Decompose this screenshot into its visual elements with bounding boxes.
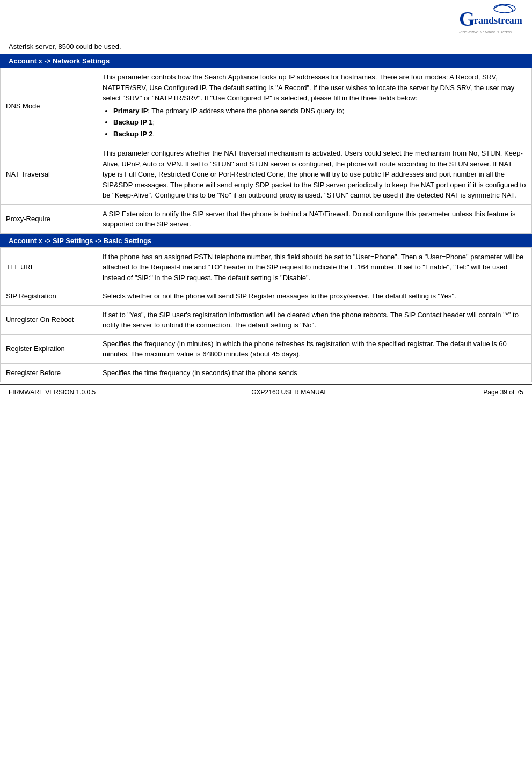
- proxy-require-para: A SIP Extension to notify the SIP server…: [103, 209, 526, 230]
- list-item: Backup IP 2.: [113, 129, 526, 140]
- backup-ip2-bold: Backup IP 2: [113, 130, 152, 138]
- backup-ip1-bold: Backup IP 1: [113, 118, 152, 126]
- primary-ip-bold: Primary IP: [113, 107, 148, 115]
- list-item: Primary IP: The primary IP address where…: [113, 106, 526, 116]
- register-expiration-para: Specifies the frequency (in minutes) in …: [103, 339, 526, 360]
- logo-graphic: G randstream Innovative IP Voice & Video: [454, 3, 523, 38]
- nat-traversal-para: This parameter configures whether the NA…: [103, 148, 526, 201]
- section1-header: Account x -> Network Settings: [0, 54, 532, 68]
- svg-text:G: G: [459, 8, 475, 30]
- dns-mode-para: This parameter controls how the Search A…: [103, 72, 526, 104]
- sip-registration-label: SIP Registration: [1, 287, 97, 306]
- register-expiration-content: Specifies the frequency (in minutes) in …: [97, 334, 532, 363]
- register-expiration-label: Register Expiration: [1, 334, 97, 363]
- tel-uri-label: TEL URI: [1, 247, 97, 287]
- table-row: Proxy-Require A SIP Extension to notify …: [1, 204, 532, 233]
- tel-uri-content: If the phone has an assigned PSTN teleph…: [97, 247, 532, 287]
- dns-mode-content: This parameter controls how the Search A…: [97, 68, 532, 144]
- table-row: TEL URI If the phone has an assigned PST…: [1, 247, 532, 287]
- footer-page: Page 39 of 75: [483, 389, 523, 396]
- unregister-label: Unregister On Reboot: [1, 305, 97, 334]
- tel-uri-para: If the phone has an assigned PSTN teleph…: [103, 252, 526, 283]
- table-row: NAT Traversal This parameter configures …: [1, 144, 532, 205]
- svg-text:Innovative IP Voice & Video: Innovative IP Voice & Video: [459, 30, 512, 34]
- logo-svg: G randstream Innovative IP Voice & Video: [454, 3, 523, 38]
- reregister-label: Reregister Before: [1, 363, 97, 382]
- backup-ip1-rest: ;: [152, 118, 155, 126]
- footer-firmware: FIRMWARE VERSION 1.0.0.5: [9, 389, 96, 396]
- table-row: Reregister Before Specifies the time fre…: [1, 363, 532, 382]
- sip-registration-content: Selects whether or not the phone will se…: [97, 287, 532, 306]
- section2-table: TEL URI If the phone has an assigned PST…: [0, 247, 532, 383]
- reregister-para: Specifies the time frequency (in seconds…: [103, 368, 526, 378]
- footer: FIRMWARE VERSION 1.0.0.5 GXP2160 USER MA…: [0, 384, 532, 399]
- nat-traversal-content: This parameter configures whether the NA…: [97, 144, 532, 205]
- proxy-require-content: A SIP Extension to notify the SIP server…: [97, 204, 532, 233]
- backup-ip2-rest: .: [152, 130, 155, 138]
- intro-text: Asterisk server, 8500 could be used.: [9, 42, 121, 50]
- svg-text:randstream: randstream: [474, 15, 522, 26]
- logo-row: G randstream Innovative IP Voice & Video: [0, 0, 532, 39]
- unregister-content: If set to "Yes", the SIP user's registra…: [97, 305, 532, 334]
- dns-mode-label: DNS Mode: [1, 68, 97, 144]
- section1-table: DNS Mode This parameter controls how the…: [0, 68, 532, 234]
- footer-manual: GXP2160 USER MANUAL: [251, 389, 327, 396]
- list-item: Backup IP 1;: [113, 117, 526, 128]
- sip-registration-para: Selects whether or not the phone will se…: [103, 291, 526, 302]
- proxy-require-label: Proxy-Require: [1, 204, 97, 233]
- table-row: SIP Registration Selects whether or not …: [1, 287, 532, 306]
- table-row: DNS Mode This parameter controls how the…: [1, 68, 532, 144]
- logo-box: G randstream Innovative IP Voice & Video: [454, 4, 523, 36]
- primary-ip-rest: : The primary IP address where the phone…: [148, 107, 344, 115]
- dns-mode-list: Primary IP: The primary IP address where…: [113, 106, 526, 140]
- page-wrapper: G randstream Innovative IP Voice & Video…: [0, 0, 532, 775]
- nat-traversal-label: NAT Traversal: [1, 144, 97, 205]
- table-row: Unregister On Reboot If set to "Yes", th…: [1, 305, 532, 334]
- unregister-para: If set to "Yes", the SIP user's registra…: [103, 310, 526, 331]
- section2-header: Account x -> SIP Settings -> Basic Setti…: [0, 234, 532, 247]
- intro-row: Asterisk server, 8500 could be used.: [0, 39, 532, 54]
- reregister-content: Specifies the time frequency (in seconds…: [97, 363, 532, 382]
- table-row: Register Expiration Specifies the freque…: [1, 334, 532, 363]
